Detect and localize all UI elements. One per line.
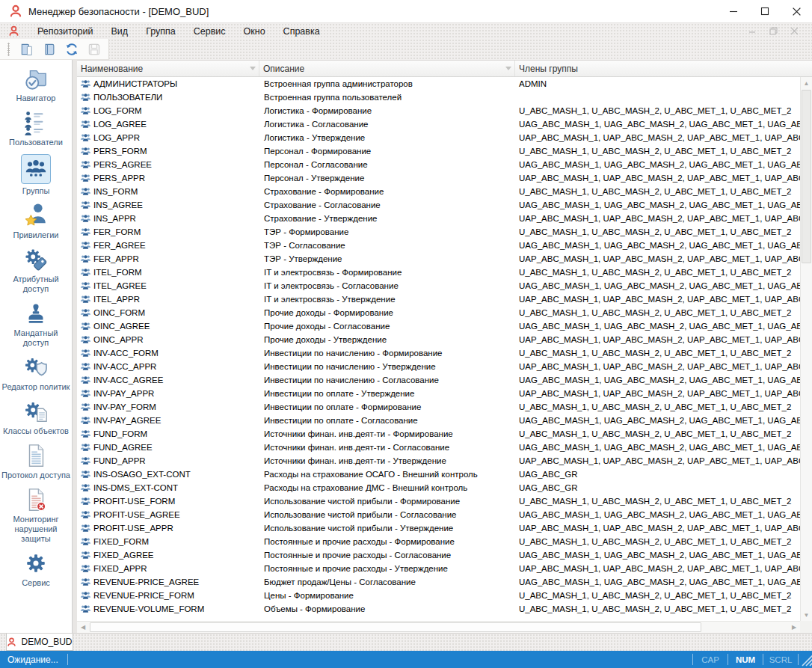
sidebar-item-label: Сервис [1, 578, 70, 588]
table-row[interactable]: OINC_APPRПрочие доходы - УтверждениеUAP_… [77, 333, 800, 346]
group-name-cell: ITEL_APPR [77, 295, 259, 304]
tab-demo-bud[interactable]: DEMO_BUD [6, 634, 73, 651]
sidebar-item-attribute-access[interactable]: Атрибутный доступ [0, 247, 72, 294]
table-row[interactable]: PROFIT-USE_AGREEИспользование чистой при… [77, 508, 800, 521]
scroll-left-icon[interactable]: ◀ [77, 622, 89, 633]
sidebar-item-access-protocol[interactable]: Протокол доступа [0, 443, 72, 480]
table-row[interactable]: FUND_AGREEИсточники финан. инв.деят-ти -… [77, 441, 800, 454]
table-row[interactable]: FER_FORMТЭР - ФормированиеU_ABC_MASH_1, … [77, 225, 800, 239]
sidebar-item-violation-monitoring[interactable]: Мониторинг нарушений защиты [0, 487, 72, 544]
table-row[interactable]: FER_AGREEТЭР - СогласованиеUAG_ABC_MASH_… [77, 239, 800, 252]
table-row[interactable]: ITEL_APPRIT и электросвязь - Утверждение… [77, 292, 800, 306]
scrollbar-corner [800, 621, 812, 633]
table-row[interactable]: FIXED_FORMПостоянные и прочие расходы - … [77, 535, 800, 548]
sidebar-item-policy-editor[interactable]: Редактор политик [0, 355, 72, 392]
refresh-button[interactable] [64, 41, 80, 58]
menu-window[interactable]: Окно [235, 23, 274, 40]
table-row[interactable]: REVENUE-PRICE_FORMЦены - ФормированиеU_A… [77, 589, 800, 602]
menu-view[interactable]: Вид [102, 23, 138, 40]
table-row[interactable]: PERS_FORMПерсонал - ФормированиеU_ABC_MA… [77, 144, 800, 158]
table-row[interactable]: INS-OSAGO_EXT-CONTРасходы на страхование… [77, 468, 800, 481]
table-row[interactable]: INV-ACC_APPRИнвестиции по начислению - У… [77, 360, 800, 373]
menu-repository[interactable]: Репозиторий [28, 23, 102, 40]
maximize-button[interactable] [749, 0, 781, 22]
column-header-name[interactable]: Наименование [77, 61, 259, 76]
table-row[interactable]: ПОЛЬЗОВАТЕЛИВстроенная группа пользовате… [77, 91, 800, 104]
mdi-minimize-button[interactable] [742, 24, 763, 39]
table-row[interactable]: PERS_APPRПерсонал - УтверждениеUAP_ABC_M… [77, 171, 800, 185]
scroll-right-icon[interactable]: ▶ [788, 622, 800, 633]
group-members-cell: UAG_ABC_GR [515, 483, 800, 492]
table-row[interactable]: LOG_FORMЛогистика - ФормированиеU_ABC_MA… [77, 104, 800, 117]
group-members-cell: UAP_ABC_MASH_1, UAP_ABC_MASH_2, UAP_ABC_… [515, 456, 800, 465]
table-row[interactable]: PERS_AGREEПерсонал - СогласованиеUAG_ABC… [77, 158, 800, 171]
menu-group[interactable]: Группа [137, 23, 185, 40]
sidebar-item-service[interactable]: Сервис [0, 551, 72, 588]
scroll-up-icon[interactable]: ▲ [801, 77, 812, 89]
table-row[interactable]: OINC_FORMПрочие доходы - ФормированиеU_A… [77, 306, 800, 319]
table-row[interactable]: FIXED_APPRПостоянные и прочие расходы - … [77, 562, 800, 575]
table-row[interactable]: INS_FORMСтрахование - ФормированиеU_ABC_… [77, 185, 800, 198]
group-name: PERS_AGREE [93, 160, 152, 169]
toolbar-grip[interactable] [7, 43, 10, 56]
mdi-restore-button[interactable] [763, 24, 784, 39]
table-row[interactable]: ITEL_FORMIT и электросвязь - Формировани… [77, 266, 800, 279]
table-row[interactable]: LOG_AGREEЛогистика - СогласованиеUAG_ABC… [77, 117, 800, 131]
table-row[interactable]: FER_APPRТЭР - УтверждениеUAP_ABC_MASH_1,… [77, 252, 800, 266]
table-row[interactable]: REVENUE-PRICE_AGREEБюджет продаж/Цены - … [77, 575, 800, 589]
sidebar-item-object-classes[interactable]: Классы объектов [0, 399, 72, 436]
table-row[interactable]: АДМИНИСТРАТОРЫВстроенная группа админист… [77, 77, 800, 91]
save-button[interactable] [86, 41, 102, 58]
table-row[interactable]: INV-ACC_FORMИнвестиции по начислению - Ф… [77, 346, 800, 360]
table-row[interactable]: PROFIT-USE_APPRИспользование чистой приб… [77, 521, 800, 535]
group-icon [80, 79, 91, 88]
sidebar-item-groups[interactable]: Группы [0, 154, 72, 196]
close-button[interactable] [781, 0, 812, 22]
table-row[interactable]: INV-PAY_AGREEИнвестиции по оплате - Согл… [77, 414, 800, 427]
close-repository-button[interactable] [41, 41, 58, 58]
table-row[interactable]: FUND_APPRИсточники финан. инв.деят-ти - … [77, 454, 800, 468]
table-row[interactable]: INS_AGREEСтрахование - СогласованиеUAG_A… [77, 198, 800, 212]
minimize-button[interactable] [718, 0, 749, 22]
table-row[interactable]: ITEL_AGREEIT и электросвязь - Согласован… [77, 279, 800, 292]
sort-arrow-icon[interactable] [505, 67, 511, 70]
table-row[interactable]: INV-PAY_APPRИнвестиции по оплате - Утвер… [77, 387, 800, 400]
group-name-cell: INV-PAY_AGREE [77, 416, 259, 425]
group-members-cell: ADMIN [515, 79, 800, 88]
sidebar-item-privileges[interactable]: Привилегии [0, 203, 72, 240]
table-row[interactable]: INV-ACC_AGREEИнвестиции по начислению - … [77, 373, 800, 387]
group-name-cell: PROFIT-USE_FORM [77, 497, 259, 506]
table-row[interactable]: OINC_AGREEПрочие доходы - СогласованиеUA… [77, 319, 800, 333]
table-row[interactable]: INS-DMS_EXT-CONTРасходы на страхование Д… [77, 481, 800, 494]
vertical-scrollbar-thumb[interactable] [802, 90, 811, 263]
table-row[interactable]: FIXED_AGREEПостоянные и прочие расходы -… [77, 548, 800, 562]
column-header-members[interactable]: Члены группы [515, 61, 812, 76]
sort-arrow-icon[interactable] [250, 67, 256, 70]
group-description-cell: Логистика - Согласование [259, 120, 515, 129]
group-description-cell: Инвестиции по оплате - Согласование [259, 416, 515, 425]
vertical-scrollbar[interactable]: ▲ ▼ [800, 77, 812, 621]
open-repository-button[interactable] [19, 41, 35, 58]
horizontal-scrollbar[interactable]: ◀ ▶ [77, 621, 800, 633]
sidebar-item-users[interactable]: Пользователи [0, 110, 72, 147]
table-row[interactable]: LOG_APPRЛогистика - УтверждениеUAP_ABC_M… [77, 131, 800, 144]
resize-grip[interactable] [799, 651, 812, 668]
menu-help[interactable]: Справка [274, 23, 329, 40]
horizontal-scrollbar-thumb[interactable] [90, 622, 701, 632]
group-description-cell: Использование чистой прибыли - Утвержден… [259, 524, 515, 533]
table-row[interactable]: INV-PAY_FORMИнвестиции по оплате - Форми… [77, 400, 800, 414]
sidebar-item-navigator[interactable]: Навигатор [0, 66, 72, 103]
column-header-description[interactable]: Описание [259, 61, 515, 76]
group-name: FUND_FORM [93, 429, 147, 438]
group-members-cell: U_ABC_MASH_1, U_ABC_MASH_2, U_ABC_MET_1,… [515, 497, 800, 506]
mdi-close-button[interactable] [784, 24, 805, 39]
group-icon [80, 429, 91, 438]
table-row[interactable]: PROFIT-USE_FORMИспользование чистой приб… [77, 494, 800, 508]
table-row[interactable]: REVENUE-VOLUME_FORMОбъемы - Формирование… [77, 602, 800, 616]
menu-service[interactable]: Сервис [185, 23, 235, 40]
scroll-down-icon[interactable]: ▼ [801, 609, 812, 621]
table-row[interactable]: INS_APPRСтрахование - УтверждениеUAP_ABC… [77, 212, 800, 225]
group-icon [80, 174, 91, 183]
sidebar-item-mandatory-access[interactable]: Мандатный доступ [0, 301, 72, 348]
table-row[interactable]: FUND_FORMИсточники финан. инв.деят-ти - … [77, 427, 800, 441]
